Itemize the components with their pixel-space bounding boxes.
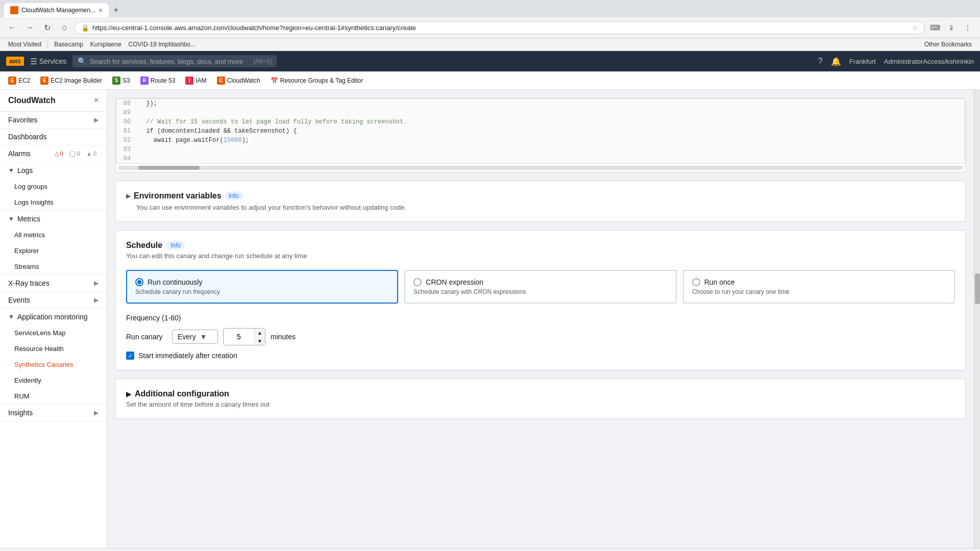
url-input[interactable]: [92, 24, 909, 32]
sidebar-item-evidently[interactable]: Evidently: [0, 372, 107, 388]
additional-header[interactable]: ▶ Additional configuration: [126, 389, 955, 398]
route53-icon: R: [140, 77, 149, 85]
sidebar-section-logs: ▼ Logs Log groups Logs Insights: [0, 162, 107, 211]
sidebar-item-all-metrics[interactable]: All metrics: [0, 227, 107, 243]
home-button[interactable]: ⌂: [57, 20, 71, 35]
content-area: 88 }); 89 90 // Wait for 15 seconds to l…: [107, 90, 974, 548]
bookmark-most-visited[interactable]: Most Visited: [5, 40, 44, 49]
code-line-93: 93: [116, 145, 965, 154]
sidebar-item-streams[interactable]: Streams: [0, 259, 107, 274]
extensions-icon[interactable]: ⌨: [928, 20, 942, 35]
bookmark-separator: [47, 40, 48, 48]
bookmark-label: Other Bookmarks: [924, 41, 972, 48]
chevron-right-icon: ▶: [94, 296, 99, 304]
new-tab-button[interactable]: +: [109, 3, 123, 17]
frequency-decrement-button[interactable]: ▼: [255, 337, 265, 345]
bookmark-label: Kursplaene: [90, 41, 121, 48]
sidebar-section-dashboards: Dashboards: [0, 129, 107, 145]
bookmark-basecamp[interactable]: Basecamp: [51, 40, 86, 49]
sidebar-item-favorites[interactable]: Favorites ▶: [0, 112, 107, 128]
aws-bell-icon[interactable]: 🔔: [831, 57, 841, 66]
active-tab[interactable]: CloudWatch Managemen... ×: [4, 3, 109, 17]
bottom-bar: Feedback English (US) ▼ © 2022, Amazon W…: [0, 548, 980, 551]
sidebar-section-xray: X-Ray traces ▶: [0, 275, 107, 292]
sidebar-group-metrics[interactable]: ▼ Metrics: [0, 211, 107, 227]
frequency-input[interactable]: ▲ ▼: [223, 328, 265, 345]
env-info-badge[interactable]: Info: [225, 191, 243, 201]
aws-search-bar[interactable]: 🔍 [Alt+S]: [72, 55, 277, 67]
code-editor[interactable]: 88 }); 89 90 // Wait for 15 seconds to l…: [116, 98, 965, 164]
service-resource-groups[interactable]: 📅 Resource Groups & Tag Editor: [266, 75, 368, 86]
services-menu-button[interactable]: ☰ Services: [30, 57, 67, 66]
service-s3[interactable]: S S3: [108, 74, 134, 87]
schedule-info-badge[interactable]: Info: [166, 241, 185, 250]
code-scrollbar[interactable]: [118, 166, 963, 170]
aws-search-input[interactable]: [89, 58, 250, 65]
minutes-label: minutes: [271, 333, 296, 341]
schedule-option-run-continuously[interactable]: Run continuously Schedule canary run fre…: [126, 270, 398, 304]
tab-title: CloudWatch Managemen...: [21, 7, 95, 14]
run-continuously-title: Run continuously: [135, 278, 389, 286]
run-canary-label: Run canary: [126, 333, 167, 341]
back-button[interactable]: ←: [5, 20, 19, 35]
additional-desc: Set the amount of time before a canary t…: [126, 400, 955, 408]
sidebar-close-button[interactable]: ×: [94, 96, 99, 105]
alarm-badge-red: △ 0: [53, 151, 65, 157]
chevron-right-icon: ▶: [126, 192, 131, 199]
reload-button[interactable]: ↻: [40, 20, 54, 35]
frequency-increment-button[interactable]: ▲: [255, 329, 265, 337]
bookmark-covid[interactable]: COVID-19 Impfdashbo...: [126, 40, 199, 49]
download-icon[interactable]: ⇓: [944, 20, 959, 35]
aws-help-icon[interactable]: ?: [818, 57, 823, 66]
every-dropdown[interactable]: Every ▼: [172, 330, 218, 344]
sidebar-item-resource-health[interactable]: Resource Health: [0, 341, 107, 357]
chevron-right-icon: ▶: [126, 390, 132, 398]
search-icon: 🔍: [78, 57, 86, 65]
aws-topbar-right: ? 🔔 Frankfurt AdministratorAccess/kshiri…: [818, 57, 974, 66]
bookmark-other[interactable]: Other Bookmarks: [921, 40, 975, 49]
nav-icons: ⌨ ⇓ ⋮: [928, 20, 975, 35]
code-line-88: 88 });: [116, 99, 965, 108]
run-continuously-desc: Schedule canary run frequency: [135, 288, 389, 295]
aws-services-bar: E EC2 E EC2 Image Builder S S3 R Route 5…: [0, 71, 980, 90]
service-route53[interactable]: R Route 53: [136, 74, 180, 87]
sidebar-item-log-groups[interactable]: Log groups: [0, 179, 107, 194]
sidebar-item-servicelens[interactable]: ServiceLens Map: [0, 325, 107, 341]
bookmark-star-icon[interactable]: ☆: [912, 24, 918, 32]
search-shortcut: [Alt+S]: [254, 58, 272, 65]
schedule-option-cron[interactable]: CRON expression Schedule canary with CRO…: [404, 270, 676, 304]
frequency-value-input[interactable]: [224, 330, 254, 343]
url-bar[interactable]: 🔒 ☆: [75, 21, 925, 34]
forward-button[interactable]: →: [22, 20, 37, 35]
sidebar-group-logs[interactable]: ▼ Logs: [0, 162, 107, 179]
chevron-down-icon: ▼: [200, 333, 207, 341]
schedule-option-run-once[interactable]: Run once Choose to run your canary one t…: [683, 270, 955, 304]
service-cloudwatch[interactable]: C CloudWatch: [213, 74, 264, 87]
sidebar-item-explorer[interactable]: Explorer: [0, 243, 107, 259]
env-expand-button[interactable]: ▶ Environment variables Info: [126, 191, 955, 201]
sidebar-item-alarms[interactable]: Alarms △ 0 ◯ 0 ▲ 0: [0, 145, 107, 162]
frequency-spinners: ▲ ▼: [254, 329, 265, 345]
sidebar-item-rum[interactable]: RUM: [0, 388, 107, 404]
sidebar-item-logs-insights[interactable]: Logs Insights: [0, 194, 107, 210]
aws-region-selector[interactable]: Frankfurt: [849, 58, 876, 65]
sidebar-item-dashboards[interactable]: Dashboards: [0, 129, 107, 145]
sidebar-item-events[interactable]: Events ▶: [0, 292, 107, 308]
sidebar-group-app-monitoring[interactable]: ▼ Application monitoring: [0, 309, 107, 325]
aws-logo[interactable]: aws: [6, 57, 24, 66]
menu-icon[interactable]: ⋮: [961, 20, 975, 35]
service-ec2[interactable]: E EC2: [4, 74, 34, 87]
aws-account-menu[interactable]: AdministratorAccess/kshirinkin: [884, 58, 974, 65]
sidebar-item-synthetics-canaries[interactable]: Synthetics Canaries: [0, 357, 107, 372]
sidebar-header: CloudWatch ×: [0, 90, 107, 112]
start-immediately-checkbox[interactable]: [126, 352, 134, 360]
page-scrollbar[interactable]: [974, 90, 980, 548]
tab-close-button[interactable]: ×: [99, 6, 103, 14]
radio-run-once: [692, 278, 700, 286]
chevron-right-icon: ▶: [94, 280, 99, 287]
service-ec2-image-builder[interactable]: E EC2 Image Builder: [36, 74, 106, 87]
service-iam[interactable]: I IAM: [181, 74, 210, 87]
bookmark-kursplaene[interactable]: Kursplaene: [87, 40, 125, 49]
sidebar-item-xray[interactable]: X-Ray traces ▶: [0, 275, 107, 291]
sidebar-item-insights[interactable]: Insights ▶: [0, 405, 107, 421]
